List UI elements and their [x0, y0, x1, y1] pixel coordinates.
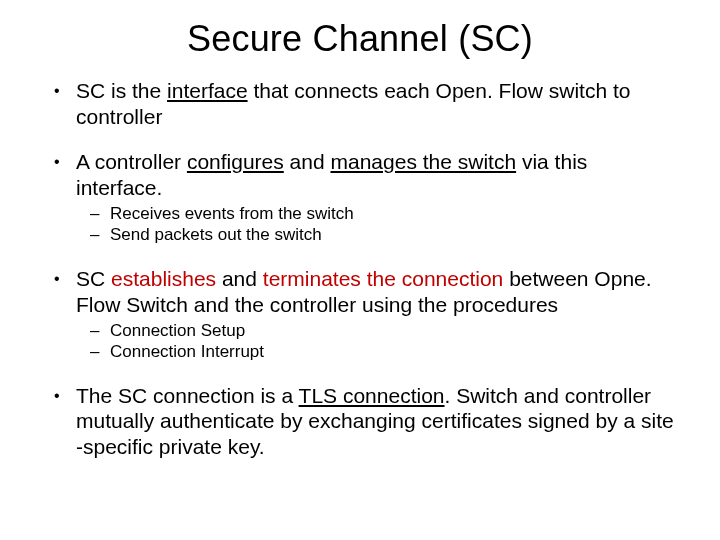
red-word: establishes — [111, 267, 216, 290]
bullet-list: SC is the interface that connects each O… — [42, 78, 678, 459]
underlined-word: configures — [187, 150, 284, 173]
sub-item: Send packets out the switch — [76, 225, 678, 246]
sub-list: Connection Setup Connection Interrupt — [76, 321, 678, 362]
text-segment: SC is the — [76, 79, 167, 102]
sub-item: Receives events from the switch — [76, 204, 678, 225]
bullet-4: The SC connection is a TLS connection. S… — [42, 383, 678, 460]
underlined-word: manages the switch — [331, 150, 517, 173]
text-segment: A controller — [76, 150, 187, 173]
bullet-2: A controller configures and manages the … — [42, 149, 678, 246]
red-word: the connection — [367, 267, 504, 290]
text-segment: and — [284, 150, 331, 173]
bullet-1: SC is the interface that connects each O… — [42, 78, 678, 129]
slide-title: Secure Channel (SC) — [42, 18, 678, 60]
sub-item: Connection Setup — [76, 321, 678, 342]
underlined-word: TLS connection — [299, 384, 445, 407]
bullet-3: SC establishes and terminates the connec… — [42, 266, 678, 363]
text-segment: SC — [76, 267, 111, 290]
underlined-word: interface — [167, 79, 248, 102]
sub-list: Receives events from the switch Send pac… — [76, 204, 678, 245]
red-word: terminates — [263, 267, 361, 290]
text-segment: The SC connection is a — [76, 384, 299, 407]
text-segment: -specific private key. — [76, 435, 265, 458]
sub-item: Connection Interrupt — [76, 342, 678, 363]
text-segment: and — [216, 267, 263, 290]
